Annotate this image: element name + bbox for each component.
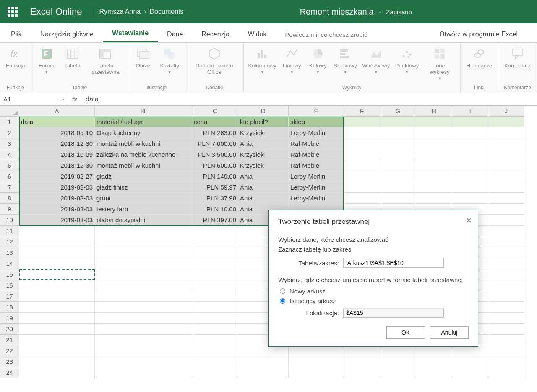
cell-J11[interactable] bbox=[488, 226, 524, 236]
row-header-21[interactable]: 21 bbox=[0, 335, 19, 345]
cell-B21[interactable] bbox=[95, 335, 192, 345]
cell-J1[interactable] bbox=[488, 117, 524, 127]
cell-E2[interactable]: Leroy-Merlin bbox=[289, 127, 344, 138]
cell-D5[interactable]: Krzysiek bbox=[238, 160, 289, 171]
cell-C23[interactable] bbox=[192, 356, 238, 367]
tab-plik[interactable]: Plik bbox=[2, 26, 31, 42]
ribbon-tabela[interactable]: Tabela bbox=[61, 44, 84, 71]
cell-B7[interactable]: gładź finisz bbox=[95, 182, 192, 193]
cell-C22[interactable] bbox=[192, 345, 238, 356]
cell-F1[interactable] bbox=[344, 117, 380, 127]
cell-D23[interactable] bbox=[238, 356, 289, 367]
row-header-2[interactable]: 2 bbox=[0, 127, 19, 138]
cell-J3[interactable] bbox=[488, 138, 524, 149]
cell-A20[interactable] bbox=[19, 324, 95, 335]
cell-C2[interactable]: PLN 283.00 bbox=[192, 127, 238, 138]
row-header-10[interactable]: 10 bbox=[0, 215, 19, 226]
cell-F22[interactable] bbox=[344, 345, 380, 356]
cell-A4[interactable]: 2018-10-09 bbox=[19, 149, 95, 160]
cell-D7[interactable]: Ania bbox=[238, 182, 289, 193]
cell-I7[interactable] bbox=[452, 182, 488, 193]
column-header-E[interactable]: E bbox=[289, 106, 344, 117]
cell-A13[interactable] bbox=[19, 247, 95, 258]
cell-D4[interactable]: Krzysiek bbox=[238, 149, 289, 160]
cell-A12[interactable] bbox=[19, 236, 95, 247]
document-title[interactable]: Remont mieszkania bbox=[300, 7, 374, 17]
cell-J6[interactable] bbox=[488, 171, 524, 182]
ribbon-hiperłącze[interactable]: Hiperłącze bbox=[464, 44, 495, 71]
cell-A11[interactable] bbox=[19, 226, 95, 236]
cell-E6[interactable]: Leroy-Merlin bbox=[289, 171, 344, 182]
row-header-8[interactable]: 8 bbox=[0, 193, 19, 204]
row-header-4[interactable]: 4 bbox=[0, 149, 19, 160]
cell-H24[interactable] bbox=[416, 367, 452, 378]
table-range-input[interactable] bbox=[343, 258, 444, 268]
cell-A14[interactable] bbox=[19, 258, 95, 269]
cell-J16[interactable] bbox=[488, 280, 524, 291]
cell-D1[interactable]: kto płacił? bbox=[238, 117, 289, 127]
cell-G5[interactable] bbox=[380, 160, 416, 171]
cell-B16[interactable] bbox=[95, 280, 192, 291]
cell-B17[interactable] bbox=[95, 291, 192, 302]
row-header-1[interactable]: 1 bbox=[0, 117, 19, 127]
ribbon-warstwowy[interactable]: Warstwowy▼ bbox=[361, 44, 391, 76]
cell-B3[interactable]: montaż mebli w kuchni bbox=[95, 138, 192, 149]
cell-J13[interactable] bbox=[488, 247, 524, 258]
cell-E24[interactable] bbox=[289, 367, 344, 378]
cell-I2[interactable] bbox=[452, 127, 488, 138]
cell-C12[interactable] bbox=[192, 236, 238, 247]
cell-E4[interactable]: Raf-Meble bbox=[289, 149, 344, 160]
cell-D3[interactable]: Ania bbox=[238, 138, 289, 149]
ribbon-punktowy[interactable]: Punktowy▼ bbox=[394, 44, 420, 76]
cell-J24[interactable] bbox=[488, 367, 524, 378]
cell-J4[interactable] bbox=[488, 149, 524, 160]
cell-J20[interactable] bbox=[488, 324, 524, 335]
cell-C15[interactable] bbox=[192, 269, 238, 280]
cell-I1[interactable] bbox=[452, 117, 488, 127]
cell-C11[interactable] bbox=[192, 226, 238, 236]
cell-B23[interactable] bbox=[95, 356, 192, 367]
cell-E23[interactable] bbox=[289, 356, 344, 367]
row-header-9[interactable]: 9 bbox=[0, 204, 19, 215]
cell-A17[interactable] bbox=[19, 291, 95, 302]
ribbon-liniowy[interactable]: Liniowy▼ bbox=[280, 44, 304, 76]
cell-J9[interactable] bbox=[488, 204, 524, 215]
cell-G23[interactable] bbox=[380, 356, 416, 367]
cell-B1[interactable]: materiał / usługa bbox=[95, 117, 192, 127]
cell-F2[interactable] bbox=[344, 127, 380, 138]
breadcrumb-folder[interactable]: Documents bbox=[150, 8, 184, 16]
cell-B22[interactable] bbox=[95, 345, 192, 356]
cell-I3[interactable] bbox=[452, 138, 488, 149]
tell-me-search[interactable]: Powiedz mi, co chcesz zrobić bbox=[276, 26, 377, 42]
formula-input[interactable]: data bbox=[82, 96, 537, 103]
cell-C6[interactable]: PLN 149.00 bbox=[192, 171, 238, 182]
ribbon-słupkowy[interactable]: Słupkowy▼ bbox=[332, 44, 359, 76]
cell-G1[interactable] bbox=[380, 117, 416, 127]
column-header-D[interactable]: D bbox=[238, 106, 289, 117]
row-header-16[interactable]: 16 bbox=[0, 280, 19, 291]
cell-I6[interactable] bbox=[452, 171, 488, 182]
cell-B18[interactable] bbox=[95, 302, 192, 313]
fx-icon[interactable]: fx bbox=[67, 93, 82, 105]
tab-recenzja[interactable]: Recenzja bbox=[192, 26, 239, 42]
select-all-corner[interactable] bbox=[0, 106, 19, 117]
row-header-5[interactable]: 5 bbox=[0, 160, 19, 171]
tab-widok[interactable]: Widok bbox=[239, 26, 276, 42]
cell-A10[interactable]: 2019-03-03 bbox=[19, 215, 95, 226]
ribbon-kołowy[interactable]: Kołowy▼ bbox=[306, 44, 330, 76]
cell-E3[interactable]: Raf-Meble bbox=[289, 138, 344, 149]
tab-dane[interactable]: Dane bbox=[158, 26, 192, 42]
name-box[interactable]: A1 bbox=[0, 93, 67, 105]
ribbon-funkcja[interactable]: fxFunkcja bbox=[3, 44, 28, 71]
column-header-B[interactable]: B bbox=[95, 106, 192, 117]
cell-J14[interactable] bbox=[488, 258, 524, 269]
cell-I22[interactable] bbox=[452, 345, 488, 356]
cell-A5[interactable]: 2018-12-30 bbox=[19, 160, 95, 171]
cell-I5[interactable] bbox=[452, 160, 488, 171]
cell-B24[interactable] bbox=[95, 367, 192, 378]
column-header-C[interactable]: C bbox=[192, 106, 238, 117]
row-header-13[interactable]: 13 bbox=[0, 247, 19, 258]
cell-G6[interactable] bbox=[380, 171, 416, 182]
cell-H3[interactable] bbox=[416, 138, 452, 149]
column-header-J[interactable]: J bbox=[488, 106, 524, 117]
